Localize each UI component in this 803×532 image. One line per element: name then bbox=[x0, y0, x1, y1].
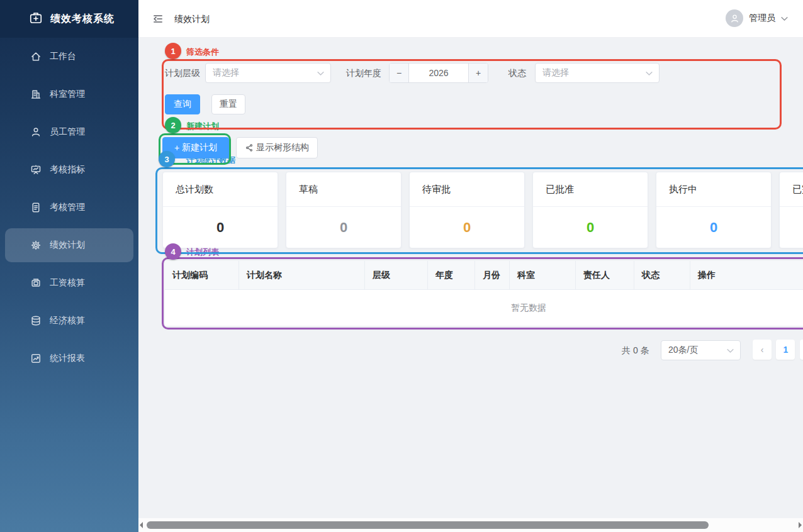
table-empty-text: 暂无数据 bbox=[165, 290, 803, 326]
chevron-down-icon bbox=[646, 67, 653, 79]
sidebar-item-label: 工作台 bbox=[50, 51, 76, 62]
col-year: 年度 bbox=[428, 261, 475, 289]
table-header-row: 计划编码 计划名称 层级 年度 月份 科室 责任人 状态 操作 bbox=[165, 261, 803, 290]
stat-card-title: 执行中 bbox=[656, 172, 771, 207]
page-title: 绩效计划 bbox=[174, 14, 210, 25]
col-month: 月份 bbox=[475, 261, 510, 289]
sidebar-item-reports[interactable]: 统计报表 bbox=[0, 340, 138, 377]
user-name: 管理员 bbox=[749, 13, 775, 24]
stat-card-finished: 已完成 0 bbox=[779, 172, 803, 248]
reset-button[interactable]: 重置 bbox=[211, 94, 245, 114]
status-select[interactable]: 请选择 bbox=[535, 63, 660, 83]
stat-card-title: 已完成 bbox=[780, 172, 803, 207]
database-icon bbox=[30, 315, 42, 326]
pager: ‹ 1 › bbox=[753, 340, 803, 360]
scrollbar-thumb[interactable] bbox=[147, 521, 709, 529]
app-title: 绩效考核系统 bbox=[50, 13, 115, 26]
main-content: 筛选条件 计划层级 请选择 计划年度 − 2026 + 状态 请选择 查询 重置… bbox=[138, 38, 803, 532]
user-menu[interactable]: 管理员 bbox=[726, 9, 788, 27]
next-page-button[interactable]: › bbox=[800, 340, 803, 360]
annotation-circle-1: 1 bbox=[165, 43, 181, 59]
annotation-circle-3: 3 bbox=[159, 151, 175, 167]
plan-level-label: 计划层级 bbox=[165, 63, 200, 83]
status-placeholder: 请选择 bbox=[542, 67, 646, 79]
sidebar-item-salary[interactable]: 工资核算 bbox=[0, 264, 138, 302]
stat-card-value: 0 bbox=[163, 207, 278, 248]
app-logo: 绩效考核系统 bbox=[0, 0, 138, 38]
chevron-down-icon bbox=[317, 67, 324, 79]
stat-card-title: 待审批 bbox=[410, 172, 524, 207]
share-icon bbox=[245, 143, 254, 152]
plan-year-label: 计划年度 bbox=[346, 63, 381, 83]
gear-icon bbox=[30, 240, 42, 251]
stat-card-value: 0 bbox=[656, 207, 771, 248]
page-number-1[interactable]: 1 bbox=[776, 340, 795, 360]
plan-year-stepper: − 2026 + bbox=[389, 63, 488, 83]
stat-card-value: 0 bbox=[780, 207, 803, 248]
sidebar-item-label: 工资核算 bbox=[50, 277, 85, 289]
document-icon bbox=[30, 202, 42, 213]
sidebar-item-workbench[interactable]: 工作台 bbox=[0, 38, 138, 75]
decrease-year-button[interactable]: − bbox=[390, 64, 409, 82]
stat-cards: 总计划数 0 草稿 0 待审批 0 已批准 0 执行中 0 已完成 0 bbox=[162, 172, 803, 248]
stat-card-approved: 已批准 0 bbox=[532, 172, 648, 248]
salary-icon bbox=[30, 277, 42, 289]
scroll-left-arrow[interactable] bbox=[140, 522, 143, 528]
prev-page-button[interactable]: ‹ bbox=[753, 340, 772, 360]
stat-card-value: 0 bbox=[410, 207, 524, 248]
chevron-down-icon bbox=[727, 345, 734, 356]
annotation-circle-4: 4 bbox=[165, 243, 181, 260]
annotation-circle-2: 2 bbox=[165, 117, 181, 133]
sidebar-item-label: 科室管理 bbox=[50, 89, 85, 100]
sidebar-item-assessment[interactable]: 考核管理 bbox=[0, 189, 138, 226]
user-icon bbox=[30, 126, 42, 138]
sidebar-item-departments[interactable]: 科室管理 bbox=[0, 75, 138, 113]
increase-year-button[interactable]: + bbox=[468, 64, 488, 82]
medkit-icon bbox=[29, 11, 43, 27]
sidebar: 绩效考核系统 工作台 科室管理 员工管理 考核指标 bbox=[0, 0, 138, 532]
sidebar-item-label: 员工管理 bbox=[50, 126, 85, 138]
col-level: 层级 bbox=[365, 261, 428, 289]
fold-menu-icon[interactable] bbox=[152, 13, 164, 27]
sidebar-item-label: 绩效计划 bbox=[50, 240, 85, 251]
col-status: 状态 bbox=[634, 261, 690, 289]
show-tree-button[interactable]: 显示树形结构 bbox=[236, 137, 318, 158]
col-owner: 责任人 bbox=[576, 261, 634, 289]
plan-level-select[interactable]: 请选择 bbox=[205, 63, 331, 83]
sidebar-item-label: 经济核算 bbox=[50, 315, 85, 326]
annotation-label-2: 新建计划 bbox=[186, 121, 219, 132]
stat-card-title: 总计划数 bbox=[163, 172, 278, 207]
plan-level-placeholder: 请选择 bbox=[213, 67, 317, 79]
page-size-value: 20条/页 bbox=[668, 345, 727, 356]
plan-table: 计划编码 计划名称 层级 年度 月份 科室 责任人 状态 操作 暂无数据 bbox=[165, 261, 803, 326]
annotation-label-4: 计划列表 bbox=[186, 247, 219, 258]
stat-card-executing: 执行中 0 bbox=[656, 172, 772, 248]
col-actions: 操作 bbox=[690, 261, 803, 289]
new-plan-button-label: 新建计划 bbox=[182, 142, 217, 153]
sidebar-item-indicators[interactable]: 考核指标 bbox=[0, 151, 138, 189]
building-icon bbox=[30, 89, 42, 100]
plan-year-value[interactable]: 2026 bbox=[409, 64, 468, 82]
sidebar-item-label: 统计报表 bbox=[50, 353, 85, 364]
sidebar-item-economy[interactable]: 经济核算 bbox=[0, 302, 138, 340]
plus-icon: + bbox=[174, 143, 179, 153]
avatar bbox=[726, 9, 743, 27]
col-department: 科室 bbox=[510, 261, 576, 289]
page-size-select[interactable]: 20条/页 bbox=[661, 340, 741, 360]
sidebar-item-label: 考核指标 bbox=[50, 164, 85, 175]
chevron-down-icon bbox=[781, 13, 788, 24]
scroll-right-arrow[interactable] bbox=[799, 522, 802, 528]
sidebar-item-performance-plan[interactable]: 绩效计划 bbox=[0, 226, 138, 264]
horizontal-scrollbar[interactable] bbox=[138, 518, 803, 532]
home-icon bbox=[30, 51, 42, 62]
stat-card-value: 0 bbox=[533, 207, 648, 248]
topbar: 绩效计划 管理员 bbox=[138, 0, 803, 38]
sidebar-item-label: 考核管理 bbox=[50, 202, 85, 213]
annotation-label-1: 筛选条件 bbox=[186, 47, 219, 58]
search-button[interactable]: 查询 bbox=[165, 94, 200, 114]
stat-card-draft: 草稿 0 bbox=[286, 172, 402, 248]
stat-card-pending: 待审批 0 bbox=[409, 172, 525, 248]
sidebar-item-employees[interactable]: 员工管理 bbox=[0, 113, 138, 151]
stat-card-value: 0 bbox=[286, 207, 401, 248]
stat-card-title: 已批准 bbox=[533, 172, 648, 207]
